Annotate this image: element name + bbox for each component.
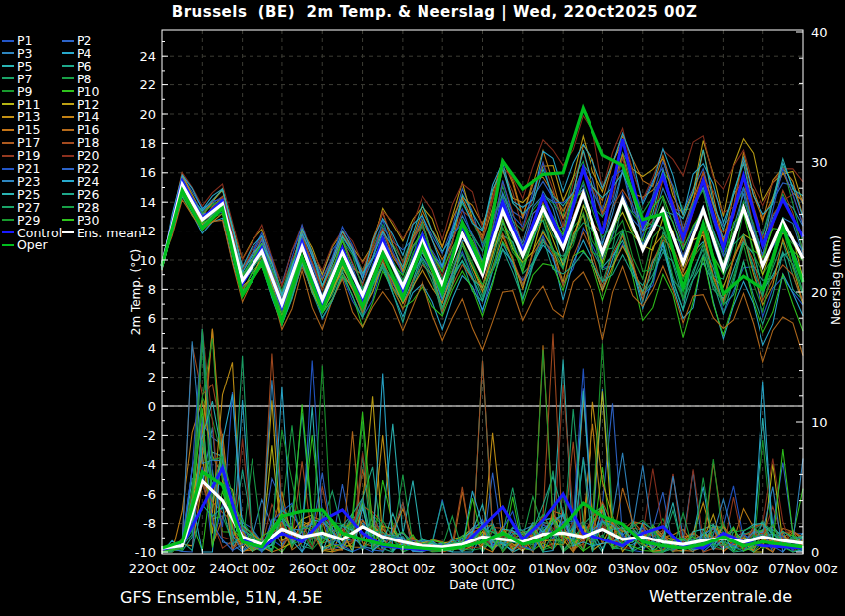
temp-tick-label: 18 [122, 137, 156, 150]
precip-tick-label: 40 [811, 26, 828, 39]
date-tick-label: 24Oct 00z [203, 562, 282, 575]
precip-tick-label: 30 [811, 156, 828, 169]
temp-tick-label: 4 [122, 342, 156, 355]
date-tick-label: 01Nov 00z [523, 562, 602, 575]
temp-tick-label: 20 [122, 108, 156, 121]
x-axis-title: Date (UTC) [442, 578, 522, 592]
right-axis-title: Neerslag (mm) [829, 235, 843, 325]
temp-tick-label: -4 [122, 458, 156, 471]
temp-tick-label: 16 [122, 166, 156, 179]
temp-tick-label: 2 [122, 371, 156, 384]
date-tick-label: 03Nov 00z [603, 562, 683, 575]
temp-tick-label: 6 [122, 312, 156, 325]
date-tick-label: 22Oct 00z [122, 562, 202, 575]
meteogram-screenshot: Brussels (BE) 2m Temp. & Neerslag | Wed,… [0, 0, 845, 616]
precip-tick-label: 10 [811, 416, 828, 429]
date-tick-label: 28Oct 00z [363, 562, 442, 575]
date-tick-label: 26Oct 00z [282, 562, 362, 575]
temp-tick-label: 10 [122, 254, 156, 267]
date-tick-label: 30Oct 00z [443, 562, 523, 575]
temp-tick-label: -8 [122, 517, 156, 530]
precip-tick-label: 20 [811, 286, 828, 299]
temp-tick-label: 12 [122, 225, 156, 237]
temp-tick-label: 22 [122, 78, 156, 91]
date-tick-label: 07Nov 00z [763, 562, 843, 575]
model-info-label: GFS Ensemble, 51N, 4.5E [120, 588, 322, 607]
temp-tick-label: 24 [122, 50, 156, 63]
temp-tick-label: -2 [122, 429, 156, 442]
temp-tick-label: 0 [122, 400, 156, 413]
site-credit-label: Wetterzentrale.de [616, 587, 825, 606]
temp-tick-label: -6 [122, 488, 156, 501]
temp-tick-label: -10 [122, 546, 156, 559]
date-tick-label: 05Nov 00z [683, 562, 762, 575]
precip-tick-label: 0 [811, 546, 819, 559]
temp-tick-label: 8 [122, 283, 156, 296]
temp-tick-label: 14 [122, 196, 156, 209]
